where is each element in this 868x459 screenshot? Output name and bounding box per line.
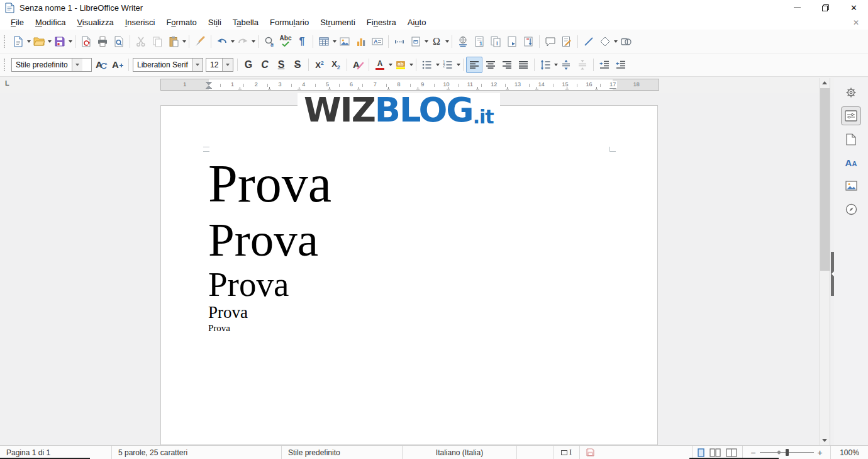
spelling-button[interactable]: Abc	[277, 33, 294, 50]
combo-dropdown-button[interactable]	[222, 59, 233, 71]
left-indent-marker[interactable]	[206, 82, 212, 89]
underline-button[interactable]: S	[273, 57, 289, 73]
combo-dropdown-button[interactable]	[192, 59, 203, 71]
sidebar-settings-button[interactable]	[841, 83, 861, 102]
decrease-indent-button[interactable]	[613, 57, 629, 73]
italic-button[interactable]: C	[257, 57, 273, 73]
sidebar-gallery-button[interactable]	[841, 176, 861, 195]
menu-formato[interactable]: Formato	[160, 16, 202, 28]
find-replace-button[interactable]: d	[261, 33, 277, 50]
print-preview-button[interactable]	[111, 33, 127, 50]
language-cell[interactable]: Italiano (Italia)	[403, 446, 517, 459]
insert-mode-cell[interactable]: I	[554, 446, 580, 459]
font-name-combo[interactable]: Liberation Serif	[133, 58, 203, 72]
align-center-button[interactable]	[482, 57, 499, 73]
menu-aiuto[interactable]: Aiuto	[402, 16, 432, 28]
insert-field-button[interactable]	[408, 33, 424, 50]
combo-dropdown-button[interactable]	[72, 59, 82, 71]
vertical-scrollbar[interactable]	[819, 78, 830, 445]
font-size-combo[interactable]: 12	[206, 58, 233, 72]
decrease-paragraph-spacing-button[interactable]	[574, 57, 591, 73]
word-count-cell[interactable]: 5 parole, 25 caratteri	[112, 446, 282, 459]
track-changes-button[interactable]	[559, 33, 575, 50]
sidebar-page-button[interactable]	[841, 130, 861, 149]
paste-button[interactable]	[165, 33, 182, 50]
zoom-out-button[interactable]: −	[750, 448, 755, 457]
draw-functions-button[interactable]	[618, 33, 634, 50]
insert-footnote-button[interactable]: 1	[471, 33, 487, 50]
redo-dropdown[interactable]	[252, 40, 255, 43]
document-page[interactable]: Prova Prova Prova Prova Prova	[160, 105, 658, 445]
insert-line-button[interactable]	[581, 33, 597, 50]
zoom-in-button[interactable]: +	[818, 448, 823, 457]
minimize-button[interactable]	[783, 0, 811, 15]
book-view-button[interactable]	[726, 448, 737, 457]
single-page-view-button[interactable]	[698, 448, 704, 457]
cross-reference-button[interactable]	[520, 33, 537, 50]
zoom-slider[interactable]	[760, 448, 814, 456]
menu-strumenti[interactable]: Strumenti	[314, 16, 361, 28]
undo-button[interactable]	[214, 33, 230, 50]
insert-bookmark-button[interactable]	[504, 33, 520, 50]
line-spacing-button[interactable]	[537, 57, 554, 73]
insert-comment-button[interactable]	[542, 33, 559, 50]
insert-text-box-button[interactable]: A	[369, 33, 386, 50]
copy-button[interactable]	[149, 33, 165, 50]
insert-table-button[interactable]	[316, 33, 332, 50]
menu-file[interactable]: File	[5, 16, 30, 28]
insert-hyperlink-button[interactable]	[455, 33, 471, 50]
increase-paragraph-spacing-button[interactable]	[558, 57, 574, 73]
basic-shapes-button[interactable]	[597, 33, 613, 50]
increase-indent-button[interactable]	[596, 57, 613, 73]
sidebar-navigator-button[interactable]	[841, 200, 861, 218]
save-dropdown[interactable]	[69, 40, 72, 43]
menu-tabella[interactable]: Tabella	[227, 16, 264, 28]
menu-formulario[interactable]: Formulario	[264, 16, 314, 28]
clear-formatting-button[interactable]: A	[350, 57, 366, 73]
menu-finestra[interactable]: Finestra	[361, 16, 402, 28]
special-character-dropdown[interactable]	[445, 40, 449, 43]
menu-modifica[interactable]: Modifica	[30, 16, 71, 28]
bold-button[interactable]: G	[240, 57, 257, 73]
scroll-up-arrow[interactable]	[822, 81, 827, 84]
align-justify-button[interactable]	[515, 57, 531, 73]
paragraph-style-combo[interactable]: Stile predefinito	[11, 58, 92, 72]
toolbar-drag-handle[interactable]	[4, 35, 5, 48]
menu-stili[interactable]: Stili	[203, 16, 227, 28]
numbered-list-button[interactable]: 12	[440, 57, 456, 73]
new-document-button[interactable]	[10, 33, 26, 50]
insert-endnote-button[interactable]: i	[487, 33, 504, 50]
superscript-button[interactable]: X2	[311, 57, 328, 73]
zoom-slider-thumb[interactable]	[786, 449, 789, 456]
close-document-button[interactable]: ✕	[853, 18, 859, 27]
scroll-down-arrow[interactable]	[822, 439, 827, 442]
sidebar-properties-button[interactable]	[841, 106, 861, 125]
tab-stop-type-selector[interactable]: L	[5, 79, 9, 87]
save-button[interactable]	[52, 33, 68, 50]
new-style-button[interactable]: A	[109, 57, 126, 73]
strikethrough-button[interactable]: S	[289, 57, 306, 73]
numbered-list-dropdown[interactable]	[457, 64, 460, 66]
scrollbar-thumb[interactable]	[820, 88, 830, 271]
align-left-button[interactable]	[466, 57, 482, 73]
document-modified-cell[interactable]	[580, 446, 601, 459]
selection-mode-cell[interactable]	[517, 446, 554, 459]
paste-dropdown[interactable]	[182, 40, 186, 43]
print-button[interactable]	[94, 33, 111, 50]
open-button[interactable]	[31, 33, 47, 50]
page-style-cell[interactable]: Stile predefinito	[282, 446, 403, 459]
insert-image-button[interactable]	[337, 33, 353, 50]
sidebar-splitter[interactable]	[830, 78, 834, 445]
highlight-dropdown[interactable]	[409, 64, 413, 66]
restore-button[interactable]	[811, 0, 840, 15]
bullet-list-button[interactable]	[419, 57, 435, 73]
cut-button[interactable]	[133, 33, 149, 50]
export-pdf-button[interactable]	[78, 33, 94, 50]
special-character-button[interactable]: Ω	[428, 33, 445, 50]
sidebar-styles-button[interactable]: AA	[841, 153, 861, 172]
ruler-strip[interactable]: 1123456789101112131415161718	[160, 79, 659, 91]
align-right-button[interactable]	[499, 57, 515, 73]
font-color-button[interactable]: A	[372, 57, 388, 73]
menu-visualizza[interactable]: Visualizza	[71, 16, 119, 28]
redo-button[interactable]	[235, 33, 251, 50]
